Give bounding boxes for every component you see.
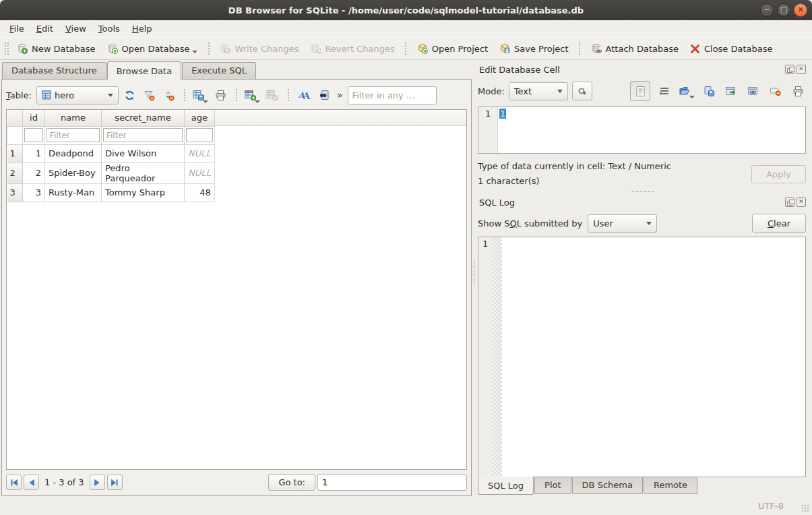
cell-secret-name[interactable]: Pedro Parqueador: [102, 162, 185, 183]
open-in-external-button[interactable]: [723, 83, 739, 99]
find-in-table-button[interactable]: [315, 86, 332, 104]
menu-tools[interactable]: Tools: [92, 22, 126, 36]
cell-secret-name[interactable]: Dive Wilson: [102, 144, 185, 162]
apply-label: Apply: [766, 169, 791, 179]
insert-record-dropdown-icon[interactable]: [255, 100, 260, 103]
text-mode-button[interactable]: [630, 81, 650, 101]
menu-file[interactable]: File: [3, 22, 30, 36]
word-wrap-button[interactable]: [656, 83, 673, 99]
attach-database-label: Attach Database: [606, 44, 679, 54]
tab-remote[interactable]: Remote: [644, 477, 697, 494]
toolbar-separator: [578, 41, 582, 56]
table-select-combo[interactable]: hero: [36, 86, 119, 104]
print-table-button[interactable]: [212, 86, 229, 104]
cell-type-info: Type of data currently in cell: Text / N…: [478, 159, 671, 174]
menu-help[interactable]: Help: [126, 22, 158, 36]
auto-format-button[interactable]: [572, 82, 592, 100]
cell-name[interactable]: Deadpond: [45, 144, 102, 162]
clear-label: Clear: [768, 218, 790, 229]
open-database-dropdown-icon[interactable]: [192, 51, 197, 53]
new-database-button[interactable]: New Database: [11, 40, 101, 57]
tab-plot[interactable]: Plot: [534, 477, 571, 494]
first-record-button[interactable]: [6, 475, 22, 490]
print-cell-button[interactable]: [790, 83, 806, 99]
row-header[interactable]: 2: [7, 162, 23, 183]
filter-input-id[interactable]: [24, 128, 43, 142]
column-header-name[interactable]: name: [45, 110, 102, 126]
float-dock-icon[interactable]: [785, 65, 794, 74]
resize-grip-icon[interactable]: [801, 504, 809, 512]
cell-age[interactable]: NULL: [185, 162, 215, 183]
close-dock-icon[interactable]: [797, 65, 806, 74]
grid-corner-header[interactable]: [7, 110, 23, 126]
tab-db-schema[interactable]: DB Schema: [572, 477, 643, 494]
filter-input-name[interactable]: [46, 128, 100, 142]
filter-any-input[interactable]: [348, 86, 437, 104]
export-data-button[interactable]: [701, 83, 717, 99]
row-header[interactable]: 3: [7, 183, 23, 202]
record-navigation: 1 - 3 of 3 Go to:: [6, 473, 467, 492]
menu-view[interactable]: View: [59, 22, 92, 36]
export-table-dropdown-icon[interactable]: [203, 100, 208, 103]
cell-editor-content[interactable]: 1: [499, 109, 506, 119]
tab-sql-log[interactable]: SQL Log: [478, 477, 534, 495]
cell-name[interactable]: Rusty-Man: [45, 183, 102, 202]
tab-execute-sql[interactable]: Execute SQL: [182, 62, 256, 79]
set-null-icon: [770, 86, 782, 96]
cell-secret-name[interactable]: Tommy Sharp: [102, 183, 185, 202]
clear-sorting-button[interactable]: [160, 86, 177, 104]
copy-link-button[interactable]: [745, 83, 761, 99]
clear-log-button[interactable]: Clear: [752, 214, 806, 233]
row-header[interactable]: 1: [7, 144, 23, 162]
save-project-button[interactable]: Save Project: [494, 40, 574, 57]
cell-id[interactable]: 3: [23, 183, 45, 202]
toolbar-drag-handle[interactable]: [4, 42, 9, 55]
next-record-button[interactable]: [90, 475, 105, 490]
toolbar-overflow-icon[interactable]: [334, 90, 346, 100]
open-project-button[interactable]: Open Project: [412, 40, 493, 57]
tab-database-structure[interactable]: Database Structure: [2, 62, 106, 79]
sql-log-editor[interactable]: 1: [478, 237, 806, 477]
column-header-id[interactable]: id: [23, 110, 45, 126]
cell-age[interactable]: 48: [185, 183, 215, 202]
tab-browse-data[interactable]: Browse Data: [107, 61, 182, 80]
save-as-icon: [704, 86, 715, 97]
column-header-age[interactable]: age: [185, 110, 215, 126]
previous-record-button[interactable]: [24, 475, 39, 490]
goto-input[interactable]: [317, 474, 467, 491]
cell-id[interactable]: 2: [23, 162, 45, 183]
new-database-icon: [17, 43, 28, 54]
column-header-secret-name[interactable]: secret_name: [102, 110, 185, 126]
float-dock-icon[interactable]: [785, 198, 794, 207]
sql-source-combo[interactable]: User: [588, 214, 657, 233]
close-button[interactable]: ✕: [794, 3, 807, 17]
cell-id[interactable]: 1: [23, 144, 45, 162]
attach-database-button[interactable]: Attach Database: [586, 40, 684, 57]
pane-splitter[interactable]: [472, 60, 476, 496]
cell-char-count: 1 character(s): [478, 174, 671, 189]
insert-record-button[interactable]: [243, 86, 261, 104]
filter-input-age[interactable]: [186, 128, 213, 142]
open-database-button[interactable]: Open Database: [102, 40, 204, 57]
import-data-button[interactable]: [679, 83, 695, 99]
mode-combo[interactable]: Text: [509, 82, 568, 100]
minimize-button[interactable]: −: [760, 3, 774, 17]
link-icon: [747, 86, 759, 96]
cell-name[interactable]: Spider-Boy: [45, 162, 102, 183]
clear-filters-button[interactable]: [140, 86, 158, 104]
import-dropdown-icon[interactable]: [689, 96, 695, 98]
edit-display-format-button[interactable]: AA: [295, 86, 313, 104]
menu-edit[interactable]: Edit: [30, 22, 59, 36]
filter-input-secret-name[interactable]: [103, 128, 183, 142]
last-record-button[interactable]: [107, 475, 123, 490]
close-database-button[interactable]: Close Database: [685, 40, 778, 57]
goto-button[interactable]: Go to:: [268, 474, 315, 491]
export-table-button[interactable]: [191, 86, 210, 104]
maximize-button[interactable]: □: [777, 3, 790, 17]
dock-splitter[interactable]: [478, 189, 806, 195]
set-null-button[interactable]: [768, 83, 784, 99]
close-dock-icon[interactable]: [797, 198, 806, 207]
refresh-button[interactable]: [121, 86, 138, 104]
cell-age[interactable]: NULL: [185, 144, 215, 162]
cell-editor[interactable]: 1 1: [478, 107, 806, 154]
